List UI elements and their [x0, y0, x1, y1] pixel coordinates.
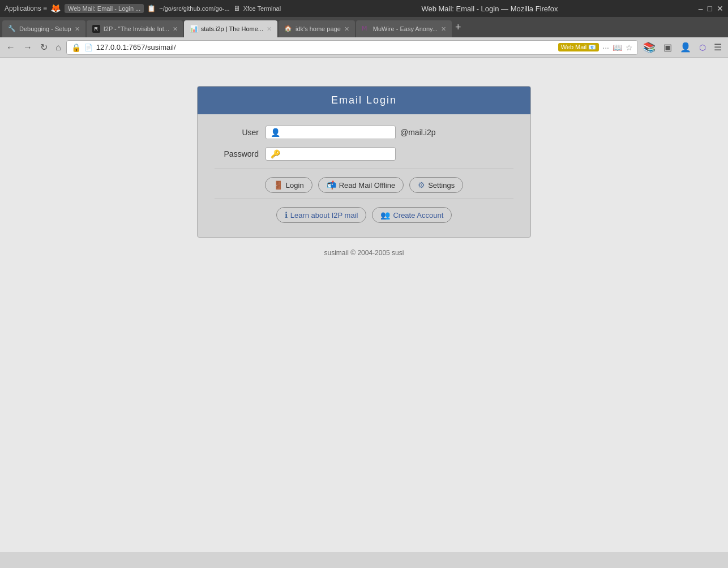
close-button[interactable]: ✕ [717, 4, 723, 13]
link-buttons-row: ℹ Learn about I2P mail 👥 Create Account [215, 207, 513, 223]
password-input[interactable] [284, 150, 388, 158]
reader-view-icon[interactable]: 📖 [613, 43, 622, 52]
bookmark-star-icon[interactable]: ☆ [626, 43, 633, 52]
minimize-button[interactable]: – [699, 4, 703, 13]
security-icon: 🔒 [71, 43, 81, 52]
read-offline-icon: 📬 [327, 180, 336, 190]
tab-bar: 🔧 Debugging - Setup ✕ R I2P - "The Invis… [0, 17, 728, 37]
firefox-icon: 🦊 [50, 3, 61, 14]
action-buttons-row: 🚪 Login 📬 Read Mail Offline ⚙ Settings [215, 177, 513, 193]
page-content: Email Login User 👤 @mail.i2p Password 🔑 [0, 58, 728, 552]
window-tab-go[interactable]: ~/go/src/github.com/go-... [159, 5, 229, 12]
footer-text: susimail © 2004-2005 susi [324, 249, 404, 257]
tab-i2p-label: I2P - "The Invisible Int... [104, 25, 169, 32]
tab-idk[interactable]: 🏠 idk's home page ✕ [279, 20, 355, 37]
window-title: Web Mail: Email - Login — Mozilla Firefo… [281, 5, 699, 13]
profile-icon[interactable]: 👤 [677, 41, 694, 54]
login-box: Email Login User 👤 @mail.i2p Password 🔑 [197, 86, 531, 238]
tab-debug-close[interactable]: ✕ [75, 25, 80, 33]
settings-icon: ⚙ [418, 180, 425, 190]
address-bar[interactable]: 🔒 📄 Web Mail 📧 ··· 📖 ☆ [66, 40, 638, 55]
login-icon: 🚪 [273, 180, 283, 190]
tab-muwire-label: MuWire - Easy Anony... [373, 25, 438, 32]
password-input-wrap: 🔑 [265, 147, 396, 161]
tab-i2p-close[interactable]: ✕ [173, 25, 178, 33]
login-body: User 👤 @mail.i2p Password 🔑 🚪 [198, 114, 530, 237]
login-header: Email Login [198, 87, 530, 114]
tab-i2p-favicon: R [92, 25, 100, 33]
user-input[interactable] [284, 128, 388, 137]
more-options-icon[interactable]: ··· [602, 43, 609, 52]
title-bar-left: Applications ≡ 🦊 Web Mail: Email - Login… [5, 3, 281, 14]
create-account-label: Create Account [393, 211, 443, 220]
login-title: Email Login [331, 94, 397, 106]
create-icon: 👥 [380, 210, 390, 220]
window-tab-terminal-icon: 📋 [147, 5, 156, 12]
user-icon: 👤 [271, 128, 280, 137]
login-button-label: Login [286, 181, 304, 190]
tab-idk-favicon: 🏠 [284, 25, 292, 33]
new-tab-button[interactable]: + [455, 21, 461, 33]
user-row: User 👤 @mail.i2p [215, 126, 513, 139]
address-input[interactable] [96, 43, 555, 51]
tab-debug-label: Debugging - Setup [19, 25, 71, 32]
xfce-icon: 🖥 [233, 5, 240, 12]
read-offline-button[interactable]: 📬 Read Mail Offline [318, 177, 404, 193]
divider [215, 169, 513, 169]
password-row: Password 🔑 [215, 147, 513, 161]
tab-muwire-close[interactable]: ✕ [441, 25, 446, 33]
title-bar: Applications ≡ 🦊 Web Mail: Email - Login… [0, 0, 728, 17]
forward-button[interactable]: → [20, 41, 35, 54]
footer: susimail © 2004-2005 susi [324, 249, 404, 257]
tab-muwire[interactable]: Ⅿ MuWire - Easy Anony... ✕ [356, 20, 452, 37]
mail-domain: @mail.i2p [400, 128, 435, 137]
site-icon: 📄 [84, 44, 93, 51]
nav-bar: ← → ↻ ⌂ 🔒 📄 Web Mail 📧 ··· 📖 ☆ 📚 ▣ 👤 ⬡ ☰ [0, 37, 728, 58]
sidebar-icon[interactable]: ▣ [661, 41, 675, 54]
info-icon: ℹ [285, 210, 288, 220]
window-controls: – □ ✕ [699, 4, 723, 13]
window-tab-mail[interactable]: Web Mail: Email - Login ... [65, 4, 144, 13]
app-menu[interactable]: Applications ≡ [5, 5, 47, 12]
tab-stats[interactable]: 📊 stats.i2p | The Home... ✕ [184, 20, 277, 37]
nav-right-icons: 📚 ▣ 👤 ⬡ ☰ [640, 40, 725, 55]
key-icon: 🔑 [271, 149, 280, 158]
divider2 [215, 199, 513, 199]
settings-label: Settings [428, 181, 455, 190]
maximize-button[interactable]: □ [708, 4, 712, 13]
reload-button[interactable]: ↻ [37, 41, 50, 54]
tab-muwire-favicon: Ⅿ [362, 25, 370, 33]
library-icon[interactable]: 📚 [640, 40, 658, 55]
bookmark-label[interactable]: Web Mail 📧 [558, 43, 599, 51]
extensions-icon[interactable]: ⬡ [696, 42, 709, 53]
login-button[interactable]: 🚪 Login [265, 177, 312, 193]
tab-idk-close[interactable]: ✕ [344, 25, 349, 33]
home-button[interactable]: ⌂ [53, 41, 64, 54]
user-label: User [215, 128, 265, 137]
tab-debug[interactable]: 🔧 Debugging - Setup ✕ [2, 20, 85, 37]
user-input-wrap: 👤 [265, 126, 396, 139]
back-button[interactable]: ← [3, 41, 18, 54]
read-offline-label: Read Mail Offline [339, 181, 395, 190]
tab-stats-close[interactable]: ✕ [267, 25, 272, 33]
menu-button[interactable]: ☰ [711, 41, 725, 54]
window-tab-xfce[interactable]: Xfce Terminal [243, 5, 281, 12]
learn-button[interactable]: ℹ Learn about I2P mail [276, 207, 367, 223]
tab-stats-label: stats.i2p | The Home... [201, 25, 263, 32]
tab-idk-label: idk's home page [296, 25, 341, 32]
create-account-button[interactable]: 👥 Create Account [372, 207, 452, 223]
tab-stats-favicon: 📊 [190, 25, 198, 33]
learn-label: Learn about I2P mail [290, 211, 358, 220]
tab-debug-favicon: 🔧 [8, 25, 16, 33]
tab-i2p[interactable]: R I2P - "The Invisible Int... ✕ [87, 20, 183, 37]
settings-button[interactable]: ⚙ Settings [409, 177, 463, 193]
password-label: Password [215, 149, 265, 158]
